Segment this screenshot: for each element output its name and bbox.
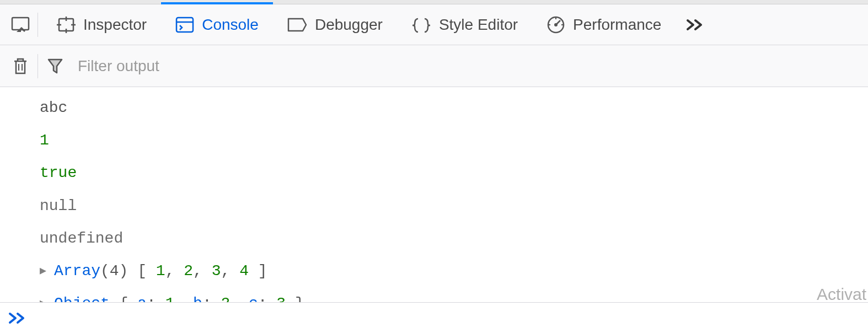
divider <box>37 54 38 78</box>
tab-inspector[interactable]: Inspector <box>42 4 161 45</box>
pane-toggle-button[interactable] <box>8 12 33 37</box>
tabs-overflow-button[interactable] <box>676 18 715 31</box>
debugger-icon <box>287 18 307 32</box>
console-input-bar[interactable] <box>0 302 868 333</box>
log-undefined[interactable]: undefined <box>40 222 868 255</box>
filter-toggle-button[interactable] <box>42 53 68 79</box>
array-count: (4) <box>100 262 128 280</box>
log-string[interactable]: abc <box>40 92 868 124</box>
divider <box>37 13 38 37</box>
expand-triangle-icon[interactable]: ▶ <box>40 264 49 279</box>
tab-inspector-label: Inspector <box>83 16 147 34</box>
console-output-area: abc 1 true null undefined ▶ Array(4) [ 1… <box>0 87 868 326</box>
svg-line-10 <box>556 20 560 25</box>
svg-rect-6 <box>176 18 193 32</box>
log-boolean[interactable]: true <box>40 157 868 189</box>
trash-icon <box>12 57 29 76</box>
tab-performance-label: Performance <box>573 16 661 34</box>
tab-style-editor-label: Style Editor <box>439 16 518 34</box>
funnel-icon <box>47 57 63 75</box>
svg-rect-0 <box>12 18 29 30</box>
clear-console-button[interactable] <box>8 53 33 79</box>
performance-icon <box>546 15 565 34</box>
tab-console[interactable]: Console <box>161 4 273 45</box>
array-type: Array <box>54 262 100 280</box>
tab-performance[interactable]: Performance <box>532 4 676 45</box>
tab-debugger[interactable]: Debugger <box>273 4 397 45</box>
console-prompt-icon <box>8 311 28 325</box>
chevron-double-right-icon <box>685 18 705 31</box>
style-editor-icon <box>411 17 431 33</box>
tab-debugger-label: Debugger <box>315 16 383 34</box>
tab-style-editor[interactable]: Style Editor <box>397 4 532 45</box>
log-null[interactable]: null <box>40 190 868 222</box>
devtools-tabs-bar: Inspector Console Debugger Style Editor <box>0 4 868 45</box>
tab-console-label: Console <box>202 16 259 34</box>
filter-output-input[interactable] <box>68 57 860 75</box>
log-number[interactable]: 1 <box>40 124 868 157</box>
console-icon <box>175 17 194 33</box>
inspector-icon <box>57 17 76 33</box>
console-filter-bar <box>0 45 868 87</box>
log-array[interactable]: ▶ Array(4) [ 1, 2, 3, 4 ] <box>40 255 868 287</box>
pane-toggle-icon <box>11 17 30 33</box>
